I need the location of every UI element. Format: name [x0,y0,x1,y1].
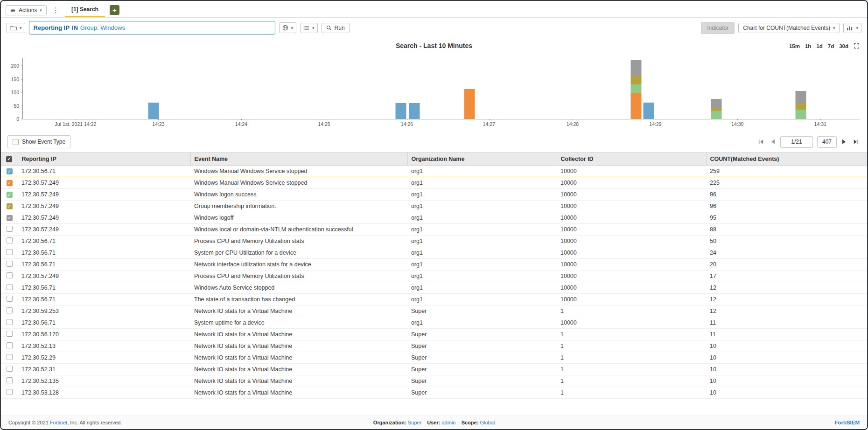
saved-search-button[interactable]: ▾ [7,23,25,33]
display-fields-button[interactable]: ▾ [300,23,318,33]
row-checkbox[interactable] [7,249,13,255]
search-query-input[interactable]: Reporting IP IN Group: Windows [29,21,275,35]
last-page-button[interactable] [852,138,860,146]
query-value-token[interactable]: Group: Windows [80,24,125,31]
row-checkbox[interactable]: ✓ [7,215,13,221]
table-row[interactable]: 172.30.53.128Network IO stats for a Virt… [1,387,867,399]
row-checkbox[interactable]: ✓ [7,180,13,186]
bar-segment-olive[interactable] [796,103,806,110]
row-checkbox[interactable] [7,296,13,302]
show-event-type-checkbox[interactable] [13,139,19,145]
table-header-row: ✓ Reporting IP Event Name Organization N… [1,153,867,166]
table-row[interactable]: 172.30.59.253Network IO stats for a Virt… [1,305,867,317]
first-page-button[interactable] [757,138,765,146]
bar-segment-green[interactable] [796,110,806,119]
row-checkbox[interactable]: ✓ [7,168,13,174]
indicator-button[interactable]: Indicator [701,22,735,34]
run-button[interactable]: Run [322,23,350,33]
chart-type-button[interactable]: ▾ [843,23,861,33]
chart-bar[interactable] [644,58,654,119]
range-1h[interactable]: 1h [805,43,811,49]
table-row[interactable]: ✓172.30.57.249Group membership informati… [1,201,867,212]
table-row[interactable]: ✓172.30.56.71Windows Manual Windows Serv… [1,166,867,177]
chart-bar[interactable] [148,58,159,119]
row-checkbox[interactable] [7,377,13,383]
chevron-down-icon: ▾ [40,8,42,13]
show-event-type-label: Show Event Type [22,139,65,145]
range-30d[interactable]: 30d [839,43,848,49]
row-checkbox[interactable]: ✓ [7,192,13,198]
bar-segment-orange[interactable] [631,93,642,119]
actions-button[interactable]: Actions ▾ [6,5,47,15]
table-row[interactable]: 172.30.56.71Network interface utilizatio… [1,259,867,270]
table-row[interactable]: 172.30.56.71System uptime for a deviceor… [1,317,867,329]
cell-reporting-ip: 172.30.57.249 [18,212,190,224]
row-checkbox[interactable] [7,272,13,278]
previous-page-button[interactable] [770,138,776,146]
column-header-collector-id[interactable]: Collector ID [557,153,706,166]
table-row[interactable]: 172.30.52.31Network IO stats for a Virtu… [1,364,867,375]
bar-segment-olive[interactable] [631,76,642,84]
chart-bar[interactable] [396,58,406,119]
table-row[interactable]: 172.30.56.71Process CPU and Memory Utili… [1,236,867,247]
range-7d[interactable]: 7d [828,43,834,49]
table-row[interactable]: ✓172.30.57.249Windows logon successorg11… [1,189,867,201]
column-header-organization-name[interactable]: Organization Name [407,153,557,166]
chart-for-select[interactable]: Chart for COUNT(Matched Events) ▾ [738,23,840,33]
row-checkbox[interactable] [7,354,13,360]
table-row[interactable]: ✓172.30.57.249Windows logofforg11000095 [1,212,867,224]
query-operator-token[interactable]: IN [72,24,78,31]
table-row[interactable]: 172.30.56.170Network IO stats for a Virt… [1,329,867,340]
add-tab-button[interactable]: + [110,5,119,15]
row-checkbox[interactable] [7,319,13,325]
bar-segment-blue[interactable] [409,103,420,119]
row-checkbox[interactable] [7,331,13,337]
next-page-button[interactable] [841,138,847,146]
chart-bar[interactable] [409,58,420,119]
row-checkbox[interactable] [7,366,13,372]
bar-segment-green[interactable] [631,84,642,93]
table-row[interactable]: 172.30.52.135Network IO stats for a Virt… [1,375,867,387]
bar-segment-gray[interactable] [711,99,722,108]
row-checkbox[interactable] [7,237,13,243]
bar-segment-orange[interactable] [464,89,475,119]
bar-segment-blue[interactable] [148,103,159,119]
scope-selector-button[interactable]: ▾ [279,22,297,33]
row-checkbox[interactable] [7,307,13,313]
row-checkbox[interactable]: ✓ [7,203,13,209]
more-options-icon[interactable]: ⋮ [51,6,60,14]
table-row[interactable]: 172.30.56.71Windows Auto Service stopped… [1,282,867,294]
expand-icon[interactable] [854,43,860,49]
row-checkbox[interactable] [7,226,13,232]
range-15m[interactable]: 15m [789,43,800,49]
chart-bar[interactable] [631,58,642,119]
show-event-type-toggle[interactable]: Show Event Type [7,135,70,148]
bar-segment-green[interactable] [711,111,722,119]
column-header-reporting-ip[interactable]: Reporting IP [18,153,190,166]
bar-segment-blue[interactable] [396,103,406,119]
chart-bar[interactable] [711,58,722,119]
range-1d[interactable]: 1d [816,43,822,49]
table-row[interactable]: 172.30.52.29Network IO stats for a Virtu… [1,352,867,364]
table-row[interactable]: 172.30.56.71System per CPU Utilization f… [1,247,867,259]
table-row[interactable]: 172.30.57.249Process CPU and Memory Util… [1,270,867,282]
table-row[interactable]: 172.30.56.71The state of a transaction h… [1,294,867,305]
column-header-count-matched-events[interactable]: COUNT(Matched Events) [706,153,867,166]
chart-bar[interactable] [796,58,806,119]
chart-bar[interactable] [464,58,475,119]
bar-segment-gray[interactable] [631,60,642,76]
row-checkbox[interactable] [7,261,13,267]
table-row[interactable]: 172.30.52.13Network IO stats for a Virtu… [1,340,867,352]
select-all-checkbox[interactable]: ✓ [6,156,12,162]
query-field-token[interactable]: Reporting IP [34,24,70,31]
bar-segment-blue[interactable] [644,103,654,119]
bar-segment-gray[interactable] [796,91,806,103]
page-indicator[interactable]: 1/21 [780,136,813,148]
row-checkbox[interactable] [7,284,13,290]
tab-search[interactable]: [1] Search [65,3,105,17]
table-row[interactable]: ✓172.30.57.249Windows Manual Windows Ser… [1,177,867,189]
row-checkbox[interactable] [7,342,13,348]
table-row[interactable]: 172.30.57.249Windows local or domain-via… [1,224,867,236]
row-checkbox[interactable] [7,389,13,395]
column-header-event-name[interactable]: Event Name [190,153,407,166]
